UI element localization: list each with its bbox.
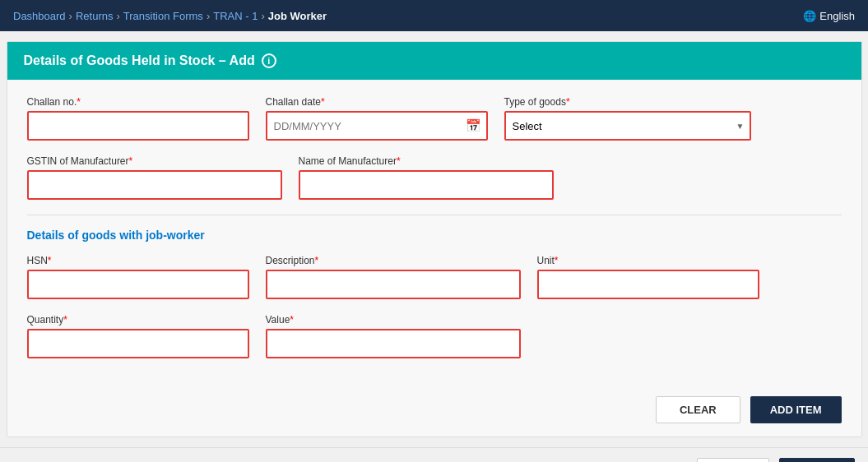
form-area: Challan no.* Challan date* 📅 Type of goo… [7, 80, 861, 386]
date-wrapper: 📅 [266, 111, 488, 141]
language-label: English [819, 10, 855, 22]
type-of-goods-select-wrapper: Select [504, 111, 751, 141]
required-marker3: * [566, 96, 570, 108]
challan-date-group: Challan date* 📅 [266, 96, 488, 141]
calendar-icon[interactable]: 📅 [466, 118, 481, 133]
quantity-input[interactable] [27, 329, 249, 358]
add-item-button[interactable]: ADD ITEM [750, 396, 842, 423]
gstin-label: GSTIN of Manufacturer* [27, 155, 282, 167]
section-title: Details of Goods Held in Stock – Add [24, 53, 255, 68]
required-marker5: * [397, 155, 401, 167]
breadcrumb-current: Job Worker [268, 10, 327, 22]
required-marker7: * [315, 255, 319, 266]
info-icon[interactable]: i [262, 53, 276, 68]
description-input[interactable] [266, 270, 521, 299]
required-marker10: * [290, 314, 294, 326]
form-row-3: HSN* Description* Unit* [27, 255, 842, 299]
sep3: › [207, 10, 210, 22]
required-marker2: * [321, 96, 325, 108]
gstin-group: GSTIN of Manufacturer* [27, 155, 282, 200]
value-label: Value* [266, 314, 521, 326]
name-of-manufacturer-label: Name of Manufacturer* [299, 155, 554, 167]
challan-no-label: Challan no.* [27, 96, 249, 108]
gstin-input[interactable] [27, 170, 282, 200]
main-container: Details of Goods Held in Stock – Add i C… [7, 41, 862, 437]
language-selector[interactable]: 🌐 English [803, 10, 855, 22]
button-row: CLEAR ADD ITEM [7, 386, 861, 437]
hsn-label: HSN* [27, 255, 249, 266]
description-label: Description* [266, 255, 521, 266]
form-row-1: Challan no.* Challan date* 📅 Type of goo… [27, 96, 842, 141]
form-row-4: Quantity* Value* [27, 314, 842, 358]
back-button[interactable]: BACK [697, 458, 769, 462]
clear-button[interactable]: CLEAR [656, 396, 740, 423]
type-of-goods-group: Type of goods* Select [504, 96, 751, 141]
required-marker4: * [129, 155, 133, 167]
divider [27, 215, 842, 215]
description-group: Description* [266, 255, 521, 299]
unit-input[interactable] [537, 270, 759, 299]
unit-group: Unit* [537, 255, 759, 299]
save-button[interactable]: SAVE [779, 458, 855, 462]
top-nav: Dashboard › Returns › Transition Forms ›… [0, 0, 868, 31]
challan-date-input[interactable] [266, 111, 488, 141]
hsn-input[interactable] [27, 270, 249, 299]
challan-no-group: Challan no.* [27, 96, 249, 141]
required-marker: * [77, 96, 81, 108]
unit-label: Unit* [537, 255, 759, 266]
breadcrumb-tran1[interactable]: TRAN - 1 [213, 10, 258, 22]
breadcrumb-dashboard[interactable]: Dashboard [13, 10, 66, 22]
form-row-2: GSTIN of Manufacturer* Name of Manufactu… [27, 155, 842, 200]
sep2: › [116, 10, 119, 22]
challan-no-input[interactable] [27, 111, 249, 141]
hsn-group: HSN* [27, 255, 249, 299]
subsection-heading: Details of goods with job-worker [27, 229, 842, 242]
challan-date-label: Challan date* [266, 96, 488, 108]
required-marker8: * [555, 255, 559, 266]
breadcrumb-returns[interactable]: Returns [76, 10, 114, 22]
sep1: › [69, 10, 72, 22]
type-of-goods-select[interactable]: Select [504, 111, 751, 141]
sep4: › [261, 10, 264, 22]
value-group: Value* [266, 314, 521, 358]
breadcrumb: Dashboard › Returns › Transition Forms ›… [13, 10, 327, 22]
required-marker9: * [63, 314, 67, 326]
section-header: Details of Goods Held in Stock – Add i [7, 42, 861, 80]
breadcrumb-transition-forms[interactable]: Transition Forms [123, 10, 203, 22]
bottom-bar: BACK SAVE [0, 447, 868, 462]
type-of-goods-label: Type of goods* [504, 96, 751, 108]
name-of-manufacturer-input[interactable] [299, 170, 554, 200]
required-marker6: * [48, 255, 52, 266]
globe-icon: 🌐 [803, 10, 816, 22]
quantity-group: Quantity* [27, 314, 249, 358]
value-input[interactable] [266, 329, 521, 358]
quantity-label: Quantity* [27, 314, 249, 326]
name-of-manufacturer-group: Name of Manufacturer* [299, 155, 554, 200]
